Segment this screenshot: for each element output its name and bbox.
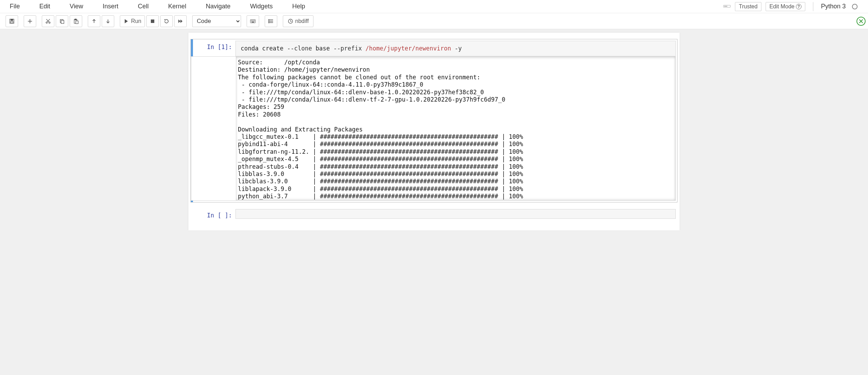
svg-rect-14 <box>75 19 76 20</box>
paste-icon <box>73 18 79 24</box>
nbdiff-label: nbdiff <box>295 18 309 24</box>
edit-mode-label: Edit Mode <box>769 3 795 10</box>
svg-point-26 <box>254 20 254 21</box>
edit-mode-button[interactable]: Edit Mode ? <box>766 2 805 11</box>
run-label: Run <box>131 18 141 24</box>
close-icon <box>856 16 866 26</box>
svg-point-27 <box>254 20 255 21</box>
svg-rect-12 <box>61 20 64 23</box>
command-palette-button[interactable] <box>247 15 259 27</box>
arrow-up-icon <box>91 18 97 24</box>
save-icon <box>9 18 15 24</box>
svg-point-38 <box>269 21 269 22</box>
menubar: File Edit View Insert Cell Kernel Naviga… <box>0 0 868 13</box>
menu-kernel[interactable]: Kernel <box>165 1 189 12</box>
restart-button[interactable] <box>160 15 173 27</box>
svg-point-37 <box>269 19 269 20</box>
code-cell[interactable]: In [ ]: <box>191 207 677 219</box>
svg-marker-21 <box>180 19 183 23</box>
svg-point-28 <box>251 21 251 21</box>
move-down-button[interactable] <box>102 15 114 27</box>
code-input[interactable]: conda create --clone base --prefix /home… <box>235 41 676 56</box>
paste-button[interactable] <box>70 15 82 27</box>
restart-icon <box>164 18 169 24</box>
menu-left: File Edit View Insert Cell Kernel Naviga… <box>7 1 308 12</box>
svg-marker-20 <box>178 19 180 23</box>
plus-icon <box>27 18 33 24</box>
menu-view[interactable]: View <box>67 1 86 12</box>
svg-point-29 <box>252 21 252 21</box>
svg-point-30 <box>253 21 253 21</box>
copy-button[interactable] <box>56 15 68 27</box>
output-area: Source: /opt/conda Destination: /home/ju… <box>191 56 676 201</box>
help-icon: ? <box>796 4 801 9</box>
close-button[interactable] <box>856 16 866 26</box>
svg-point-24 <box>252 20 252 21</box>
nbdiff-button[interactable]: nbdiff <box>283 15 313 27</box>
input-prompt: In [1]: <box>191 39 235 56</box>
cut-icon <box>45 18 51 24</box>
keyboard-icon <box>250 18 256 24</box>
menu-edit[interactable]: Edit <box>37 1 53 12</box>
menu-widgets[interactable]: Widgets <box>247 1 276 12</box>
svg-marker-18 <box>125 19 128 23</box>
save-button[interactable] <box>6 15 18 27</box>
cell-type-select[interactable]: Code <box>192 15 241 27</box>
clock-icon <box>288 18 293 24</box>
svg-rect-19 <box>151 19 154 23</box>
svg-point-39 <box>269 22 269 23</box>
restart-run-all-button[interactable] <box>174 15 187 27</box>
menu-cell[interactable]: Cell <box>135 1 152 12</box>
menu-right: Trusted Edit Mode ? Python 3 <box>723 2 861 11</box>
menu-insert[interactable]: Insert <box>100 1 121 12</box>
menu-help[interactable]: Help <box>289 1 308 12</box>
table-of-contents-button[interactable] <box>265 15 277 27</box>
stop-icon <box>150 18 155 24</box>
output-text[interactable]: Source: /opt/conda Destination: /home/ju… <box>236 57 675 200</box>
notebook-container: In [1]: conda create --clone base --pref… <box>188 33 680 230</box>
kernel-name[interactable]: Python 3 <box>821 3 846 10</box>
svg-rect-1 <box>724 6 727 7</box>
notification-icon <box>723 3 731 10</box>
run-icon <box>123 18 129 24</box>
output-prompt <box>191 57 236 200</box>
svg-rect-15 <box>76 21 78 24</box>
code-cell[interactable]: In [1]: conda create --clone base --pref… <box>191 39 677 202</box>
divider <box>813 2 813 11</box>
svg-rect-3 <box>11 19 13 21</box>
menu-file[interactable]: File <box>7 1 23 12</box>
run-button[interactable]: Run <box>120 15 145 27</box>
code-input[interactable] <box>235 209 676 219</box>
arrow-down-icon <box>105 18 111 24</box>
svg-point-32 <box>254 21 255 21</box>
svg-rect-33 <box>252 22 254 22</box>
toolbar: Run Code nbdiff <box>0 13 868 29</box>
kernel-idle-icon <box>852 4 858 9</box>
trusted-button[interactable]: Trusted <box>735 2 761 11</box>
trusted-label: Trusted <box>739 3 758 10</box>
list-icon <box>268 18 274 24</box>
copy-icon <box>59 18 65 24</box>
menu-navigate[interactable]: Navigate <box>203 1 233 12</box>
svg-rect-4 <box>11 21 13 23</box>
move-up-button[interactable] <box>88 15 100 27</box>
fast-forward-icon <box>178 18 183 24</box>
interrupt-button[interactable] <box>146 15 159 27</box>
cut-button[interactable] <box>42 15 54 27</box>
svg-line-42 <box>290 21 292 22</box>
svg-point-31 <box>254 21 254 21</box>
svg-point-23 <box>251 20 251 21</box>
svg-point-25 <box>253 20 253 21</box>
add-cell-button[interactable] <box>24 15 36 27</box>
input-prompt: In [ ]: <box>191 208 235 219</box>
